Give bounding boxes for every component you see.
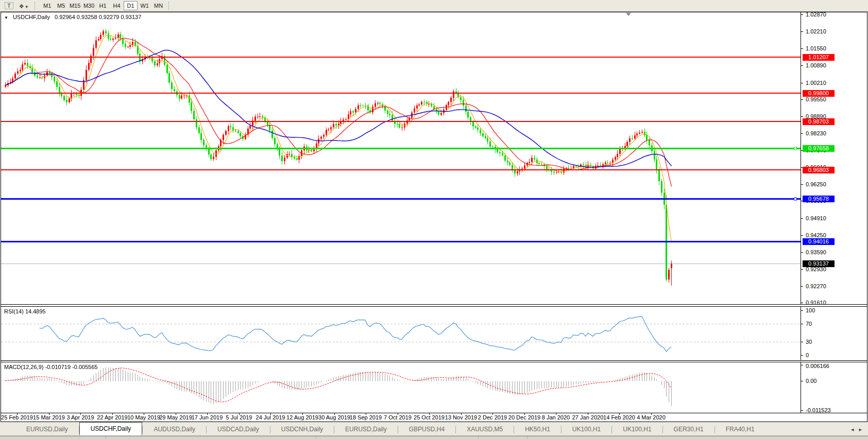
- y-axis-tick: 1.00890: [806, 62, 842, 69]
- y-axis-tick: 0.99550: [806, 96, 842, 103]
- top-toolbar: M1M5M15M30H1H4D1W1MN: [0, 0, 868, 12]
- chart-symbol-period: USDCHF,Daily: [13, 14, 50, 20]
- y-axis-tick: 0.98230: [806, 130, 842, 137]
- rsi-axis-tick: 30: [806, 338, 842, 345]
- x-axis-date-label: 18 Sep 2019: [350, 414, 382, 420]
- text-tool-button[interactable]: [3, 1, 15, 10]
- chart-title: USDCHF,Daily 0.92964 0.93258 0.92279 0.9…: [4, 14, 141, 20]
- x-axis-date-label: 25 Feb 2019: [1, 414, 33, 420]
- price-chart-canvas[interactable]: [1, 12, 801, 305]
- y-axis-tick: 0.96250: [806, 181, 842, 188]
- rsi-axis-tick: 70: [806, 320, 842, 327]
- y-axis-tickmark: [801, 184, 803, 185]
- y-axis-tickmark: [801, 133, 803, 134]
- price-axis-border: [801, 12, 801, 304]
- tab-scroll-left-icon[interactable]: [851, 424, 854, 433]
- x-axis-date-label: 27 Jan 2020: [572, 414, 604, 420]
- timeframe-button-m1[interactable]: M1: [40, 1, 54, 10]
- timeframe-button-mn[interactable]: MN: [151, 1, 165, 10]
- timeframe-button-m30[interactable]: M30: [82, 1, 96, 10]
- y-axis-tick: 0.94910: [806, 215, 842, 222]
- timeframe-button-w1[interactable]: W1: [138, 1, 151, 10]
- chart-tab-uk100-h1[interactable]: UK100,H1: [561, 424, 611, 435]
- price-line-label: 0.99800: [803, 90, 835, 97]
- chart-tab-bar: EURUSD,DailyUSDCHF,DailyAUDUSD,DailyUSDC…: [0, 422, 868, 436]
- x-axis-date-label: 30 Aug 2019: [318, 414, 350, 420]
- toolbar-separator: [35, 2, 38, 10]
- price-line-label: 0.94016: [803, 238, 835, 245]
- timeframe-button-h1[interactable]: H1: [96, 1, 110, 10]
- macd-label: MACD(12,26,9) -0.010719 -0.005565: [4, 364, 98, 370]
- rsi-axis-tick: 100: [806, 307, 842, 314]
- x-axis-date-label: 5 Jul 2019: [226, 414, 252, 420]
- chart-tab-usdchf-daily[interactable]: USDCHF,Daily: [79, 422, 143, 435]
- x-axis-date-label: 10 May 2019: [127, 414, 160, 420]
- timeframe-button-m15[interactable]: M15: [68, 1, 82, 10]
- chart-tab-fra40-h1[interactable]: FRA40,H1: [715, 424, 765, 435]
- timeframe-button-h4[interactable]: H4: [110, 1, 124, 10]
- chart-tab-usdcad-daily[interactable]: USDCAD,Daily: [207, 424, 270, 435]
- rsi-canvas[interactable]: [1, 307, 801, 360]
- status-strip-separator: [527, 436, 527, 439]
- x-axis-date-label: 7 Oct 2019: [384, 414, 412, 420]
- y-axis-tick: 1.02210: [806, 28, 842, 35]
- x-axis-date-label: 3 Apr 2019: [66, 414, 94, 420]
- time-axis[interactable]: 25 Feb 201915 Mar 20193 Apr 201922 Apr 2…: [1, 413, 867, 422]
- y-axis-tick: 0.93590: [806, 249, 842, 256]
- chart-tab-eurusd-daily[interactable]: EURUSD,Daily: [15, 424, 79, 435]
- macd-axis-tickmark: [801, 365, 803, 365]
- rsi-axis-tickmark: [801, 324, 803, 324]
- tile-windows-icon: [19, 1, 24, 10]
- y-axis-tick: 1.02870: [806, 11, 842, 18]
- status-strip-separator: [316, 436, 316, 439]
- rsi-axis-tickmark: [801, 310, 803, 311]
- timeframe-button-m5[interactable]: M5: [54, 1, 68, 10]
- price-line-label: 0.98703: [803, 118, 835, 125]
- chart-menu-arrow-icon[interactable]: [4, 14, 8, 20]
- chart-tab-xauusd-m5[interactable]: XAUUSD,M5: [456, 424, 514, 435]
- x-axis-date-label: 20 Dec 2019: [508, 414, 540, 420]
- status-strip: [0, 436, 868, 439]
- chevron-down-icon: [24, 1, 28, 10]
- macd-canvas[interactable]: [1, 362, 801, 413]
- y-axis-tickmark: [801, 83, 803, 83]
- tile-windows-button[interactable]: [17, 1, 30, 10]
- chart-tab-ger30-h1[interactable]: GER30,H1: [663, 424, 714, 435]
- x-axis-date-label: 4 Mar 2020: [637, 414, 666, 420]
- x-axis-date-label: 2 Dec 2019: [478, 414, 507, 420]
- y-axis-tickmark: [801, 252, 803, 253]
- rsi-axis-tick: 0: [806, 352, 842, 359]
- chart-window: USDCHF,Daily 0.92964 0.93258 0.92279 0.9…: [1, 12, 867, 422]
- tab-scroll-right-icon[interactable]: [859, 424, 862, 433]
- price-chart-panel: USDCHF,Daily 0.92964 0.93258 0.92279 0.9…: [1, 12, 867, 305]
- toolbar-separator: [168, 2, 172, 10]
- chart-tab-uk100-h1[interactable]: UK100,H1: [612, 424, 662, 435]
- macd-axis-tick: -0.011523: [806, 407, 842, 414]
- chart-tab-eurusd-daily[interactable]: EURUSD,Daily: [334, 424, 398, 435]
- status-strip-separator: [106, 436, 106, 439]
- y-axis-tick: 0.91610: [806, 299, 842, 306]
- chart-ohlc-values: 0.92964 0.93258 0.92279 0.93137: [55, 14, 141, 20]
- x-axis-date-label: 14 Feb 2020: [603, 414, 635, 420]
- macd-axis-tick: 0.00: [806, 377, 842, 384]
- y-axis-tickmark: [801, 235, 803, 236]
- chart-tab-hk50-h1[interactable]: HK50,H1: [514, 424, 561, 435]
- chart-tab-audusd-daily[interactable]: AUDUSD,Daily: [143, 424, 206, 435]
- macd-axis-border: [801, 362, 801, 413]
- x-axis-date-label: 22 Apr 2019: [97, 414, 127, 420]
- macd-axis-tick: 0.006166: [806, 362, 842, 370]
- macd-axis-tickmark: [801, 410, 803, 411]
- y-axis-tick: 1.00210: [806, 79, 842, 86]
- chart-tab-gbpusd-h4[interactable]: GBPUSD,H4: [398, 424, 455, 435]
- price-line-label: 0.97658: [803, 145, 835, 152]
- chart-tab-usdcnh-daily[interactable]: USDCNH,Daily: [270, 424, 334, 435]
- y-axis-tickmark: [801, 14, 803, 15]
- x-axis-date-label: 12 Aug 2019: [286, 414, 318, 420]
- rsi-axis-tickmark: [801, 342, 803, 342]
- y-axis-tickmark: [801, 116, 803, 117]
- y-axis-tick: 0.92270: [806, 283, 842, 290]
- y-axis-tickmark: [801, 48, 803, 49]
- rsi-axis-border: [801, 307, 801, 360]
- timeframe-button-d1[interactable]: D1: [124, 1, 138, 10]
- rsi-label: RSI(14) 14.4895: [4, 308, 46, 314]
